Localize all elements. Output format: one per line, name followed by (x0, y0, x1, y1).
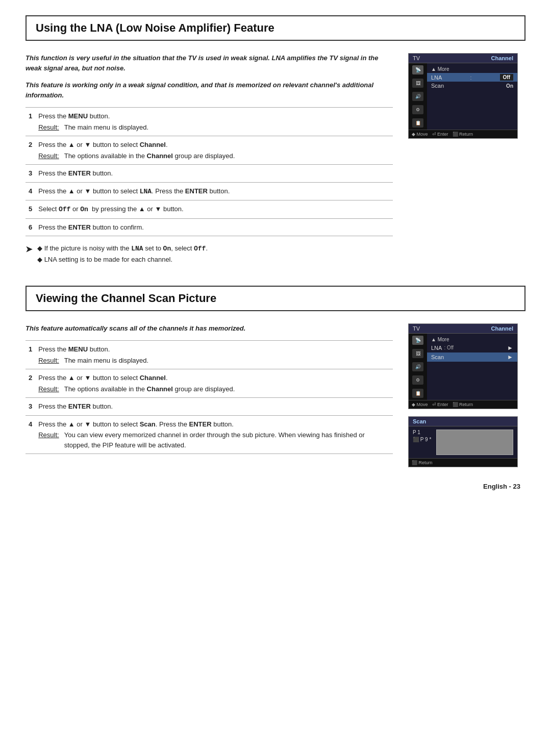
step-content: Press the ▲ or ▼ button to select Channe… (35, 369, 393, 398)
tv-menu-header: TV Channel (409, 54, 517, 63)
notes-bullets: If the picture is noisy with the LNA set… (37, 243, 393, 265)
table-row: 1 Press the MENU button. Result: The mai… (26, 341, 393, 369)
result-label: Result: (38, 356, 59, 366)
result-text: You can view every memorized channel in … (64, 430, 390, 450)
scan-value: On (506, 83, 513, 89)
table-row: 5 Select Off or On by pressing the ▲ or … (26, 200, 393, 219)
tv-icon-5: 📋 (412, 118, 423, 128)
tv-menu-scan-row: Scan ► (427, 352, 517, 362)
p-label: P 1 (413, 430, 431, 435)
table-row: 3 Press the ENTER button. (26, 165, 393, 183)
tv-label: TV (413, 55, 420, 61)
step-content: Press the MENU button. Result: The main … (35, 108, 393, 136)
section2: Viewing the Channel Scan Picture This fe… (26, 286, 525, 467)
tv-menu-scan-row: Scan On (431, 82, 513, 90)
scan-title: Scan (413, 418, 426, 424)
note-item: LNA setting is to be made for each chann… (37, 255, 393, 265)
lna-value: Off (500, 74, 513, 81)
step-num: 4 (26, 415, 35, 454)
table-row: 1 Press the MENU button. Result: The mai… (26, 108, 393, 136)
step-num: 5 (26, 200, 35, 219)
scan-label: Scan (431, 354, 444, 360)
scan-label: Scan (431, 83, 444, 89)
note-item: If the picture is noisy with the LNA set… (37, 243, 393, 255)
more-label: ▲ More (431, 337, 449, 342)
step-num: 6 (26, 218, 35, 236)
table-row: 3 Press the ENTER button. (26, 398, 393, 416)
tv-menu-footer: ◆ Move ⏎ Enter ⬛ Return (409, 400, 517, 409)
step-num: 1 (26, 108, 35, 136)
tv-menu-icons: 📡 🖼 🔊 ⚙ 📋 (409, 63, 427, 130)
step-num: 2 (26, 136, 35, 165)
lna-colon: : (470, 74, 471, 81)
tv-menu-content: ▲ More LNA : Off Scan On (427, 63, 517, 130)
tv-menu-lna-row: LNA : Off ► (431, 343, 513, 352)
lna-off: : Off (444, 345, 507, 350)
section2-right: TV Channel 📡 🖼 🔊 ⚙ 📋 ▲ More (408, 323, 525, 467)
tv-menu-lna-row: LNA : Off (427, 73, 517, 82)
section2-header: Viewing the Channel Scan Picture (26, 286, 525, 311)
tv-icon-1: 📡 (412, 65, 423, 74)
step-num: 3 (26, 165, 35, 183)
section1-intro1: This function is very useful in the situ… (26, 53, 393, 73)
footer-return: ⬛ Return (453, 132, 473, 137)
tv-icon-5: 📋 (412, 389, 423, 398)
step-content: Press the ENTER button. (35, 398, 393, 416)
step-content: Press the ▲ or ▼ button to select LNA. P… (35, 182, 393, 200)
tv-menu-footer: ◆ Move ⏎ Enter ⬛ Return (409, 130, 517, 138)
lna-label: LNA (431, 74, 442, 81)
section1-right: TV Channel 📡 🖼 🔊 ⚙ 📋 ▲ More (408, 53, 525, 267)
result-text: The options available in the Channel gro… (64, 384, 235, 394)
scan-preview (436, 430, 513, 455)
footer-move: ◆ Move (412, 402, 428, 407)
p9-label: ⬛ P 9 * (413, 437, 431, 442)
result-label: Result: (38, 430, 59, 450)
table-row: 2 Press the ▲ or ▼ button to select Chan… (26, 369, 393, 398)
footer-enter: ⏎ Enter (432, 132, 448, 137)
return-label: ⬛ Return (412, 460, 433, 465)
tv-menu-1: TV Channel 📡 🖼 🔊 ⚙ 📋 ▲ More (408, 53, 518, 139)
tv-menu-sidebar: 📡 🖼 🔊 ⚙ 📋 ▲ More LNA : Off (409, 63, 517, 130)
footer-enter: ⏎ Enter (432, 402, 448, 407)
tv-icon-3: 🔊 (412, 362, 423, 371)
result-text: The main menu is displayed. (64, 122, 148, 133)
result-label: Result: (38, 151, 59, 161)
result-text: The options available in the Channel gro… (64, 151, 235, 161)
tv-menu-sidebar: 📡 🖼 🔊 ⚙ 📋 ▲ More LNA : Off ► (409, 334, 517, 400)
scan-menu: Scan P 1 ⬛ P 9 * ⬛ Return (408, 416, 518, 467)
tv-icon-3: 🔊 (412, 92, 423, 101)
tv-icon-1: 📡 (412, 336, 423, 345)
lna-label: LNA (431, 345, 442, 351)
footer-return: ⬛ Return (453, 402, 473, 407)
section1-steps: 1 Press the MENU button. Result: The mai… (26, 107, 393, 236)
channel-label: Channel (491, 325, 513, 332)
scan-header: Scan (409, 417, 517, 426)
step-content: Press the ▲ or ▼ button to select Scan. … (35, 415, 393, 454)
section2-steps: 1 Press the MENU button. Result: The mai… (26, 340, 393, 454)
scan-body: P 1 ⬛ P 9 * (409, 426, 517, 458)
section1-intro2: This feature is working only in a weak s… (26, 80, 393, 100)
section1-notes: ➤ If the picture is noisy with the LNA s… (26, 241, 393, 267)
tv-menu-more: ▲ More (431, 336, 513, 343)
tv-icon-4: ⚙ (412, 105, 423, 114)
step-content: Press the MENU button. Result: The main … (35, 341, 393, 369)
section1-header: Using the LNA (Low Noise Amplifier) Feat… (26, 15, 525, 41)
notes-arrow: ➤ (26, 244, 32, 265)
step-num: 4 (26, 182, 35, 200)
page-footer: English - 23 (26, 483, 525, 490)
table-row: 4 Press the ▲ or ▼ button to select Scan… (26, 415, 393, 454)
step-content: Press the ▲ or ▼ button to select Channe… (35, 136, 393, 165)
scan-info: P 1 ⬛ P 9 * (413, 430, 431, 455)
scan-arrow: ► (507, 354, 513, 361)
tv-icon-2: 🖼 (412, 79, 423, 88)
tv-menu-content: ▲ More LNA : Off ► Scan ► (427, 334, 517, 400)
section2-title: Viewing the Channel Scan Picture (36, 292, 515, 305)
more-label: ▲ More (431, 66, 449, 72)
tv-icon-4: ⚙ (412, 375, 423, 385)
section1-left: This function is very useful in the situ… (26, 53, 393, 267)
step-content: Select Off or On by pressing the ▲ or ▼ … (35, 200, 393, 219)
tv-menu-icons: 📡 🖼 🔊 ⚙ 📋 (409, 334, 427, 400)
result-label: Result: (38, 384, 59, 394)
result-label: Result: (38, 122, 59, 133)
step-num: 2 (26, 369, 35, 398)
